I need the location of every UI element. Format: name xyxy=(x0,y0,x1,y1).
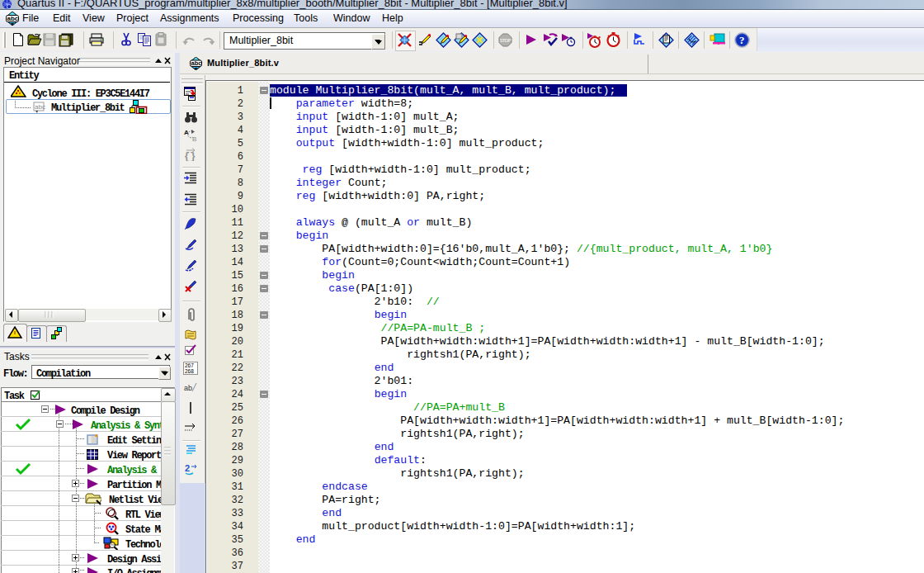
svg-text:STOP: STOP xyxy=(500,38,512,43)
svg-text:A: A xyxy=(184,129,189,136)
svg-text:2: 2 xyxy=(185,463,190,473)
svg-text:267: 267 xyxy=(185,362,194,368)
svg-text:B: B xyxy=(192,135,196,142)
svg-text:{}: {} xyxy=(184,151,196,161)
svg-text:abc: abc xyxy=(191,59,202,67)
svg-text:abc: abc xyxy=(35,103,45,111)
svg-text:abc: abc xyxy=(7,15,19,22)
svg-text:ab: ab xyxy=(184,384,192,392)
svg-text:?: ? xyxy=(739,34,745,46)
svg-text:268: 268 xyxy=(185,368,194,374)
